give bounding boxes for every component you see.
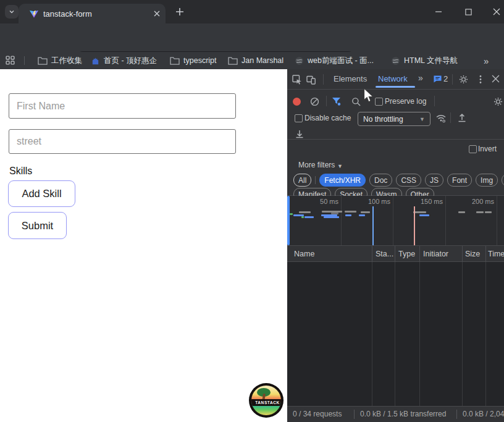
devtools-close-icon[interactable] (492, 75, 500, 83)
filter-chip-css[interactable]: CSS (396, 174, 421, 187)
bookmarks-divider (24, 56, 25, 65)
bookmark-label: 首页 - 顶好惠企 (104, 56, 157, 66)
browser-toolbar: localhost:5173 A (0, 23, 504, 52)
filter-chip-font[interactable]: Font (447, 174, 472, 187)
tab-search-button[interactable] (5, 5, 19, 19)
requests-table-body[interactable] (287, 262, 504, 406)
window-maximize-button[interactable] (455, 0, 482, 23)
col-type[interactable]: Type (398, 250, 415, 258)
window-minimize-button[interactable] (425, 0, 452, 23)
network-filter-section: Filter Invert More filters ▼ All Fetch/X… (287, 140, 504, 196)
mouse-cursor (363, 88, 374, 104)
bookmark-item[interactable]: web前端面试 - 面... (295, 52, 374, 69)
bookmark-label: web前端面试 - 面... (308, 56, 374, 66)
devtools-tabbar: Elements Network » 2 (287, 69, 504, 90)
bookmark-item[interactable]: HTML 文件导航 (391, 52, 458, 69)
filter-funnel-icon[interactable] (332, 97, 341, 106)
inspect-element-icon[interactable] (292, 75, 302, 85)
device-toolbar-icon[interactable] (306, 75, 316, 85)
tab-network[interactable]: Network (378, 74, 408, 83)
page-content: First Name street Skills Add Skill Submi… (0, 69, 287, 422)
overview-grip[interactable] (287, 196, 290, 245)
chevron-down-icon: ▼ (419, 116, 425, 122)
requests-table-header: Name Sta... Type Initiator Size Time (287, 246, 504, 262)
filter-chip-doc[interactable]: Doc (369, 174, 392, 187)
bookmark-label: Jan Marshal (242, 56, 284, 65)
col-time[interactable]: Time (488, 250, 504, 258)
filter-chip-img[interactable]: Img (476, 174, 498, 187)
record-network-log-icon[interactable] (293, 98, 301, 106)
devtools-panel: Elements Network » 2 (287, 69, 504, 422)
first-name-input[interactable]: First Name (9, 93, 236, 119)
active-tab-underline (376, 86, 415, 88)
street-placeholder: street (17, 136, 41, 147)
col-initiator[interactable]: Initiator (423, 250, 448, 258)
bookmark-label: 工作收集 (51, 56, 82, 66)
import-har-icon[interactable] (457, 112, 467, 123)
col-status[interactable]: Sta... (376, 250, 393, 258)
devtools-menu-kebab-icon[interactable] (476, 75, 485, 84)
network-status-bar: 0 / 34 requests 0.0 kB / 1.5 kB transfer… (287, 406, 504, 422)
resources-size: 0.0 kB / 2,04 (463, 410, 504, 418)
invert-checkbox[interactable] (469, 145, 477, 153)
network-overview-timeline[interactable]: 50 ms 100 ms 150 ms 200 ms (287, 196, 504, 246)
browser-tab[interactable]: tanstack-form (19, 4, 166, 23)
globe-icon (295, 56, 304, 65)
apps-grid-icon[interactable] (6, 56, 15, 65)
tick-100ms: 100 ms (353, 198, 390, 205)
issues-icon[interactable] (433, 75, 442, 83)
bookmark-item[interactable]: 工作收集 (38, 52, 82, 69)
transferred-size: 0.0 kB / 1.5 kB transferred (360, 410, 446, 418)
browser-window: tanstack-form loc (0, 0, 504, 422)
preserve-log-checkbox[interactable] (375, 98, 383, 106)
globe-icon (391, 56, 400, 65)
filter-chip-media[interactable]: Media (502, 174, 504, 187)
new-tab-button[interactable] (174, 6, 186, 18)
tanstack-logo-text: TANSTACK (255, 400, 280, 405)
network-settings-gear-icon[interactable] (494, 97, 503, 106)
skills-label: Skills (9, 166, 32, 177)
disable-cache-checkbox[interactable] (295, 114, 303, 122)
col-size[interactable]: Size (465, 250, 480, 258)
clear-network-log-icon[interactable] (310, 97, 319, 106)
filter-chip-fetch-xhr[interactable]: Fetch/XHR (319, 174, 366, 187)
tick-50ms: 50 ms (301, 198, 338, 205)
dom-content-loaded-line (372, 206, 374, 245)
bookmarks-bar: 工作收集 首页 - 顶好惠企 typescript Jan Marshal we… (0, 52, 504, 69)
disable-cache-label[interactable]: Disable cache (304, 114, 351, 122)
bookmark-label: HTML 文件导航 (404, 56, 458, 66)
col-name[interactable]: Name (294, 250, 314, 258)
folder-icon (170, 57, 180, 65)
requests-count: 0 / 34 requests (293, 410, 342, 418)
tick-200ms: 200 ms (457, 198, 494, 205)
tab-close-icon[interactable] (152, 9, 162, 19)
bookmark-item[interactable]: Jan Marshal (228, 52, 284, 69)
throttling-value: No throttling (363, 115, 403, 124)
network-toolbar: Preserve log Disable cache No throttling… (287, 90, 504, 140)
tab-elements[interactable]: Elements (334, 74, 367, 83)
submit-button[interactable]: Submit (8, 212, 67, 239)
filter-chip-all[interactable]: All (293, 174, 311, 187)
search-icon[interactable] (351, 97, 361, 106)
vite-favicon (29, 9, 39, 19)
tanstack-logo-art: TANSTACK (251, 386, 281, 415)
window-close-button[interactable] (483, 0, 504, 23)
bookmark-item[interactable]: 首页 - 顶好惠企 (91, 52, 157, 69)
throttling-dropdown[interactable]: No throttling ▼ (358, 112, 430, 126)
street-input[interactable]: street (9, 129, 236, 154)
invert-label[interactable]: Invert (478, 145, 497, 153)
network-conditions-icon[interactable] (435, 113, 447, 123)
add-skill-button[interactable]: Add Skill (8, 180, 75, 207)
bookmark-item[interactable]: typescript (170, 52, 217, 69)
filter-chip-js[interactable]: JS (425, 174, 443, 187)
export-har-icon[interactable] (295, 129, 304, 139)
more-filters-button[interactable]: More filters (298, 161, 335, 169)
tick-150ms: 150 ms (406, 198, 443, 205)
tab-title: tanstack-form (43, 9, 148, 19)
bookmarks-overflow-chevrons[interactable]: » (484, 52, 489, 69)
more-panels-icon[interactable]: » (418, 73, 423, 83)
load-event-line (414, 206, 415, 245)
site-favicon (91, 56, 100, 65)
preserve-log-label[interactable]: Preserve log (385, 97, 426, 106)
devtools-settings-gear-icon[interactable] (459, 75, 468, 84)
